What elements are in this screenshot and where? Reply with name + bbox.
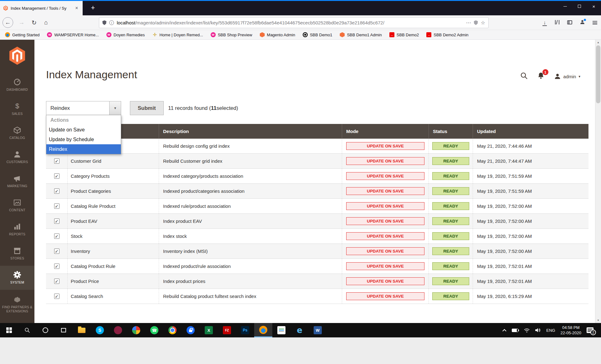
checkbox-checked-icon[interactable]: ✓	[54, 264, 59, 269]
checkbox-checked-icon[interactable]: ✓	[54, 279, 59, 284]
header-updated[interactable]: Updated	[473, 124, 588, 139]
browser-tab[interactable]: Index Management / Tools / Sy ×	[0, 1, 83, 15]
sidebar-item-marketing[interactable]: MARKETING	[0, 169, 34, 193]
scroll-up-icon[interactable]: ▲	[595, 40, 601, 45]
account-icon[interactable]	[579, 19, 585, 26]
admin-user-menu[interactable]: admin ▾	[554, 73, 580, 80]
bookmark-sbb-demo2[interactable]: ↔SBB Demo2	[389, 32, 419, 37]
checkbox-checked-icon[interactable]: ✓	[54, 249, 59, 254]
search-icon[interactable]	[520, 72, 528, 81]
row-checkbox-cell[interactable]: ✓	[46, 199, 67, 213]
bookmark-sbb-demo1-admin[interactable]: SBB Demo1 Admin	[340, 32, 382, 37]
checkbox-checked-icon[interactable]: ✓	[54, 218, 59, 224]
chrome-button[interactable]	[163, 323, 182, 337]
sidebar-item-dashboard[interactable]: DASHBOARD	[0, 73, 34, 97]
submit-button[interactable]: Submit	[130, 101, 164, 115]
row-checkbox-cell[interactable]: ✓	[46, 244, 67, 259]
bookmark-sbb-demo1[interactable]: SBB Demo1	[303, 32, 332, 37]
checkbox-checked-icon[interactable]: ✓	[54, 173, 59, 179]
header-mode[interactable]: Mode	[342, 124, 429, 139]
cortana-button[interactable]	[36, 323, 54, 337]
sidebar-item-reports[interactable]: REPORTS	[0, 218, 34, 242]
language-indicator[interactable]: ENG	[546, 328, 555, 333]
bookmark-magento-admin[interactable]: Magento Admin	[260, 32, 295, 37]
whatsapp-button[interactable]: ☎	[145, 323, 163, 337]
checkbox-checked-icon[interactable]: ✓	[54, 233, 59, 239]
photoshop-button[interactable]: Ps	[236, 323, 254, 337]
notification-count-badge[interactable]: 1	[542, 69, 548, 75]
bookmark-star-icon[interactable]: ☆	[481, 20, 485, 26]
battery-icon[interactable]	[512, 329, 518, 332]
row-checkbox-cell[interactable]: ✓	[46, 259, 67, 274]
dropdown-option-update-by-schedule[interactable]: Update by Schedule	[46, 135, 121, 144]
app-button-colorwheel[interactable]	[127, 323, 145, 337]
reload-button[interactable]: ↻	[29, 17, 39, 28]
row-checkbox-cell[interactable]: ✓	[46, 229, 67, 244]
row-checkbox-cell[interactable]: ✓	[46, 154, 67, 168]
action-center-button[interactable]: 2	[587, 327, 593, 333]
start-button[interactable]	[0, 323, 18, 337]
bookmark-doyen-remedies[interactable]: Doyen Remedies	[106, 32, 145, 37]
sidebar-item-system[interactable]: SYSTEM	[0, 266, 34, 290]
sidebar-item-catalog[interactable]: CATALOG	[0, 121, 34, 145]
checkbox-checked-icon[interactable]: ✓	[54, 158, 59, 164]
bookmark-sbb-demo2-admin[interactable]: ↔SBB Demo2 Admin	[426, 32, 468, 37]
notifications-bell-icon[interactable]: 1	[537, 72, 545, 81]
skype-button[interactable]: S	[91, 323, 109, 337]
checkbox-checked-icon[interactable]: ✓	[54, 188, 59, 194]
row-checkbox-cell[interactable]: ✓	[46, 169, 67, 183]
menu-icon[interactable]	[592, 20, 598, 26]
site-info-icon[interactable]: i	[109, 20, 114, 25]
tracking-protection-shield-icon[interactable]	[102, 20, 106, 25]
word-button[interactable]: W	[309, 323, 327, 337]
filezilla-button[interactable]: FZ	[218, 323, 236, 337]
task-view-button[interactable]	[54, 323, 73, 337]
sidebar-item-sales[interactable]: $ SALES	[0, 97, 34, 121]
bookmark-sbb-shop-preview[interactable]: SBB Shop Preview	[211, 32, 252, 37]
tab-close-icon[interactable]: ×	[74, 5, 80, 11]
back-button[interactable]: ←	[3, 17, 13, 28]
pocket-icon[interactable]	[474, 20, 478, 25]
file-explorer-button[interactable]	[73, 323, 91, 337]
document-app-button[interactable]	[272, 323, 290, 337]
header-description[interactable]: Description	[159, 124, 342, 139]
tray-chevron-up-icon[interactable]	[502, 329, 506, 333]
edge-button[interactable]: e	[290, 323, 309, 337]
minimize-button[interactable]	[558, 1, 572, 12]
url-bar[interactable]: i localhost/magento/admin/indexer/indexe…	[99, 17, 489, 28]
magento-logo[interactable]	[9, 47, 25, 65]
row-checkbox-cell[interactable]: ✓	[46, 289, 67, 304]
excel-like-button[interactable]: X	[200, 323, 218, 337]
row-checkbox-cell[interactable]: ✓	[46, 184, 67, 198]
page-actions-icon[interactable]: ⋯	[466, 20, 471, 26]
bookmark-getting-started[interactable]: Getting Started	[5, 32, 39, 37]
sidebar-item-find-partners[interactable]: FIND PARTNERS & EXTENSIONS	[0, 290, 34, 319]
home-button[interactable]: ⌂	[41, 17, 51, 28]
library-icon[interactable]	[554, 20, 560, 26]
sidebar-item-stores[interactable]: STORES	[0, 242, 34, 266]
password-app-button[interactable]	[182, 323, 200, 337]
sidebar-toggle-icon[interactable]	[567, 20, 573, 26]
sidebar-item-customers[interactable]: CUSTOMERS	[0, 145, 34, 169]
bookmark-wampserver[interactable]: WAMPSERVER Home...	[47, 32, 99, 37]
firefox-button-active[interactable]	[254, 323, 272, 337]
taskbar-search-button[interactable]	[18, 323, 36, 337]
app-button-darkred[interactable]	[109, 323, 127, 337]
dropdown-option-update-on-save[interactable]: Update on Save	[46, 125, 121, 135]
taskbar-clock[interactable]: 04:58 PM 22-05-2020	[561, 325, 582, 336]
downloads-icon[interactable]: ↓	[542, 20, 548, 26]
scrollbar-thumb[interactable]	[596, 45, 600, 103]
url-text[interactable]: localhost/magento/admin/indexer/indexer/…	[117, 20, 463, 25]
dropdown-option-reindex[interactable]: Reindex	[46, 144, 121, 154]
checkbox-checked-icon[interactable]: ✓	[54, 294, 59, 299]
wifi-icon[interactable]	[524, 328, 530, 333]
maximize-button[interactable]	[572, 1, 587, 12]
checkbox-checked-icon[interactable]: ✓	[54, 203, 59, 209]
close-button[interactable]: ×	[587, 1, 601, 12]
scroll-down-icon[interactable]: ▼	[595, 318, 601, 323]
bookmark-home-doyen[interactable]: Home | Doyen Remed...	[152, 32, 203, 37]
volume-icon[interactable]	[535, 328, 541, 333]
new-tab-button[interactable]: +	[88, 3, 98, 13]
select-arrow-icon[interactable]: ▼	[109, 101, 121, 115]
row-checkbox-cell[interactable]: ✓	[46, 214, 67, 228]
